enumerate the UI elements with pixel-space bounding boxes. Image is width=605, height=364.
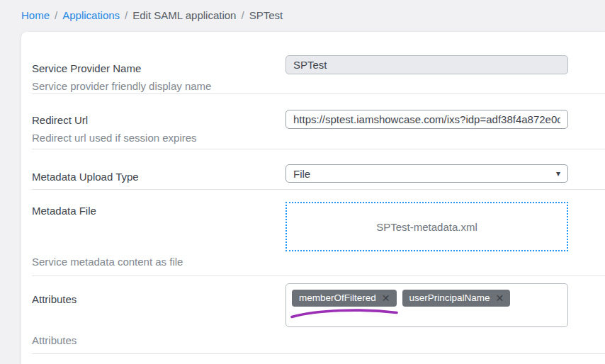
breadcrumb-separator: / bbox=[241, 9, 244, 21]
field-row-service-provider-name: Service Provider Name Service provider f… bbox=[32, 32, 605, 94]
breadcrumb-item-current-app: SPTest bbox=[249, 9, 283, 21]
field-row-redirect-url: Redirect Url Redirect url used if sessio… bbox=[32, 94, 605, 149]
redirect-url-input[interactable] bbox=[285, 110, 568, 129]
redirect-url-label: Redirect Url bbox=[32, 113, 285, 127]
service-provider-name-input[interactable] bbox=[285, 55, 568, 74]
attribute-tag-label: memberOfFiltered bbox=[299, 292, 376, 304]
breadcrumb: Home / Applications / Edit SAML applicat… bbox=[0, 0, 605, 32]
breadcrumb-item-edit-saml-application: Edit SAML application bbox=[132, 9, 236, 21]
metadata-file-help: Service metadata content as file bbox=[32, 255, 285, 269]
attributes-label: Attributes bbox=[32, 292, 285, 307]
attribute-tag: userPrincipalName ✕ bbox=[402, 290, 511, 307]
close-icon[interactable]: ✕ bbox=[496, 293, 504, 303]
field-row-metadata-file: Metadata File Service metadata content a… bbox=[32, 190, 605, 276]
breadcrumb-link-applications[interactable]: Applications bbox=[62, 9, 120, 21]
metadata-file-name: SPTest-metadata.xml bbox=[376, 221, 477, 233]
service-provider-name-label: Service Provider Name bbox=[32, 62, 285, 76]
service-provider-name-help: Service provider friendly display name bbox=[32, 79, 285, 93]
metadata-upload-type-selected-value: File bbox=[293, 168, 310, 180]
redirect-url-help: Redirect url used if session expires bbox=[32, 131, 285, 145]
metadata-upload-type-label: Metadata Upload Type bbox=[32, 170, 285, 184]
metadata-file-dropzone[interactable]: SPTest-metadata.xml bbox=[285, 202, 568, 251]
field-row-metadata-upload-type: Metadata Upload Type File ▾ bbox=[32, 149, 605, 190]
caret-down-icon: ▾ bbox=[556, 169, 560, 178]
attribute-tag: memberOfFiltered ✕ bbox=[292, 290, 397, 307]
attributes-help: Attributes bbox=[32, 334, 285, 348]
metadata-file-label: Metadata File bbox=[32, 204, 285, 218]
field-row-attributes: Attributes Attributes memberOfFiltered ✕… bbox=[32, 276, 605, 354]
edit-saml-application-form: Service Provider Name Service provider f… bbox=[21, 32, 605, 364]
breadcrumb-link-home[interactable]: Home bbox=[21, 9, 50, 21]
metadata-upload-type-select[interactable]: File ▾ bbox=[285, 164, 568, 183]
purple-underline-annotation bbox=[288, 307, 401, 320]
breadcrumb-separator: / bbox=[55, 9, 57, 21]
breadcrumb-separator: / bbox=[125, 9, 128, 21]
close-icon[interactable]: ✕ bbox=[382, 293, 390, 303]
attribute-tag-label: userPrincipalName bbox=[409, 292, 490, 304]
attributes-tags-input[interactable]: memberOfFiltered ✕ userPrincipalName ✕ bbox=[285, 283, 568, 327]
